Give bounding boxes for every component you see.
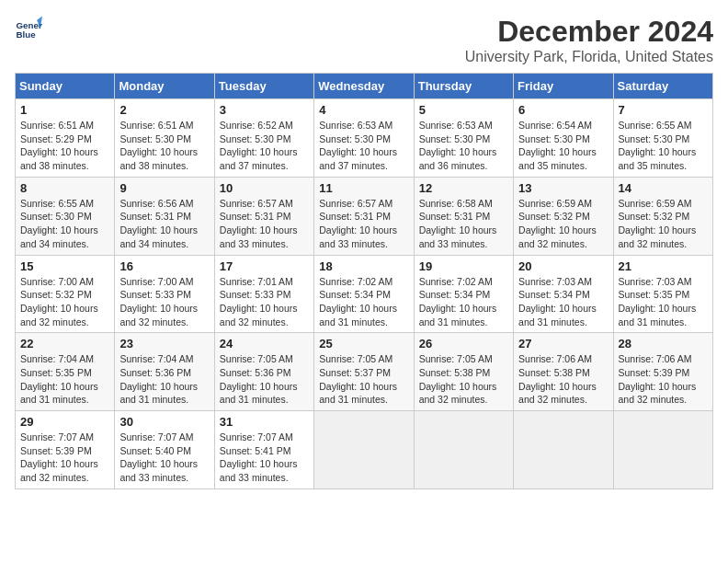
day-number: 25 [319, 337, 408, 350]
logo: General Blue [15, 15, 42, 42]
calendar-cell: 7Sunrise: 6:55 AM Sunset: 5:30 PM Daylig… [613, 99, 712, 178]
day-number: 1 [20, 103, 109, 117]
day-number: 29 [20, 415, 109, 429]
day-info: Sunrise: 6:54 AM Sunset: 5:30 PM Dayligh… [518, 119, 608, 173]
day-info: Sunrise: 7:07 AM Sunset: 5:41 PM Dayligh… [220, 431, 309, 485]
day-info: Sunrise: 6:57 AM Sunset: 5:31 PM Dayligh… [319, 197, 408, 251]
calendar-cell: 11Sunrise: 6:57 AM Sunset: 5:31 PM Dayli… [314, 177, 414, 255]
calendar-cell: 28Sunrise: 7:06 AM Sunset: 5:39 PM Dayli… [613, 333, 712, 411]
logo-icon: General Blue [15, 15, 42, 42]
calendar-cell [514, 411, 613, 489]
day-number: 20 [518, 259, 608, 273]
day-number: 27 [518, 337, 608, 350]
calendar-cell: 10Sunrise: 6:57 AM Sunset: 5:31 PM Dayli… [214, 177, 313, 255]
calendar-cell: 14Sunrise: 6:59 AM Sunset: 5:32 PM Dayli… [613, 177, 712, 255]
day-info: Sunrise: 6:56 AM Sunset: 5:31 PM Dayligh… [119, 197, 209, 251]
day-number: 16 [119, 259, 209, 273]
day-number: 17 [220, 259, 309, 273]
calendar-cell: 30Sunrise: 7:07 AM Sunset: 5:40 PM Dayli… [115, 411, 214, 489]
calendar-cell: 31Sunrise: 7:07 AM Sunset: 5:41 PM Dayli… [214, 411, 313, 489]
calendar-cell: 21Sunrise: 7:03 AM Sunset: 5:35 PM Dayli… [613, 255, 712, 333]
calendar-cell: 12Sunrise: 6:58 AM Sunset: 5:31 PM Dayli… [414, 177, 513, 255]
calendar-cell: 26Sunrise: 7:05 AM Sunset: 5:38 PM Dayli… [414, 333, 513, 411]
calendar-cell: 3Sunrise: 6:52 AM Sunset: 5:30 PM Daylig… [214, 99, 313, 178]
day-number: 3 [220, 103, 309, 117]
day-info: Sunrise: 7:02 AM Sunset: 5:34 PM Dayligh… [319, 275, 408, 329]
day-number: 28 [619, 337, 708, 350]
day-info: Sunrise: 7:05 AM Sunset: 5:38 PM Dayligh… [419, 352, 508, 407]
day-number: 24 [220, 337, 309, 350]
day-info: Sunrise: 7:05 AM Sunset: 5:36 PM Dayligh… [220, 352, 309, 407]
day-number: 12 [419, 181, 508, 195]
calendar-week-row: 1Sunrise: 6:51 AM Sunset: 5:29 PM Daylig… [16, 99, 713, 178]
day-of-week-header: Wednesday [314, 74, 414, 99]
day-info: Sunrise: 7:04 AM Sunset: 5:35 PM Dayligh… [20, 352, 109, 407]
calendar-cell: 1Sunrise: 6:51 AM Sunset: 5:29 PM Daylig… [16, 99, 115, 178]
calendar-cell: 5Sunrise: 6:53 AM Sunset: 5:30 PM Daylig… [414, 99, 513, 178]
calendar-cell: 15Sunrise: 7:00 AM Sunset: 5:32 PM Dayli… [16, 255, 115, 333]
day-number: 23 [119, 337, 209, 350]
svg-text:Blue: Blue [17, 29, 37, 40]
calendar-cell: 25Sunrise: 7:05 AM Sunset: 5:37 PM Dayli… [314, 333, 414, 411]
day-info: Sunrise: 7:05 AM Sunset: 5:37 PM Dayligh… [319, 352, 408, 407]
day-info: Sunrise: 6:57 AM Sunset: 5:31 PM Dayligh… [220, 197, 309, 251]
calendar-cell: 13Sunrise: 6:59 AM Sunset: 5:32 PM Dayli… [514, 177, 613, 255]
day-info: Sunrise: 6:52 AM Sunset: 5:30 PM Dayligh… [220, 119, 309, 173]
days-header-row: SundayMondayTuesdayWednesdayThursdayFrid… [16, 74, 713, 99]
day-info: Sunrise: 6:53 AM Sunset: 5:30 PM Dayligh… [419, 119, 508, 173]
day-number: 7 [619, 103, 708, 117]
calendar-cell: 29Sunrise: 7:07 AM Sunset: 5:39 PM Dayli… [16, 411, 115, 489]
calendar-cell: 8Sunrise: 6:55 AM Sunset: 5:30 PM Daylig… [16, 177, 115, 255]
calendar-cell: 24Sunrise: 7:05 AM Sunset: 5:36 PM Dayli… [214, 333, 313, 411]
day-number: 26 [419, 337, 508, 350]
day-number: 14 [619, 181, 708, 195]
day-number: 10 [220, 181, 309, 195]
calendar-cell [613, 411, 712, 489]
day-info: Sunrise: 6:59 AM Sunset: 5:32 PM Dayligh… [619, 197, 708, 251]
calendar-cell [314, 411, 414, 489]
day-info: Sunrise: 7:00 AM Sunset: 5:32 PM Dayligh… [20, 275, 109, 329]
calendar-week-row: 15Sunrise: 7:00 AM Sunset: 5:32 PM Dayli… [16, 255, 713, 333]
day-of-week-header: Monday [115, 74, 214, 99]
calendar-cell: 2Sunrise: 6:51 AM Sunset: 5:30 PM Daylig… [115, 99, 214, 178]
day-info: Sunrise: 7:00 AM Sunset: 5:33 PM Dayligh… [119, 275, 209, 329]
calendar-cell [414, 411, 513, 489]
day-number: 19 [419, 259, 508, 273]
day-info: Sunrise: 7:03 AM Sunset: 5:35 PM Dayligh… [619, 275, 708, 329]
calendar-cell: 4Sunrise: 6:53 AM Sunset: 5:30 PM Daylig… [314, 99, 414, 178]
day-info: Sunrise: 6:51 AM Sunset: 5:29 PM Dayligh… [20, 119, 109, 173]
calendar-week-row: 29Sunrise: 7:07 AM Sunset: 5:39 PM Dayli… [16, 411, 713, 489]
calendar-week-row: 8Sunrise: 6:55 AM Sunset: 5:30 PM Daylig… [16, 177, 713, 255]
calendar-week-row: 22Sunrise: 7:04 AM Sunset: 5:35 PM Dayli… [16, 333, 713, 411]
day-number: 22 [20, 337, 109, 350]
calendar-cell: 9Sunrise: 6:56 AM Sunset: 5:31 PM Daylig… [115, 177, 214, 255]
day-info: Sunrise: 7:06 AM Sunset: 5:38 PM Dayligh… [518, 352, 608, 407]
day-number: 18 [319, 259, 408, 273]
day-info: Sunrise: 6:55 AM Sunset: 5:30 PM Dayligh… [20, 197, 109, 251]
day-number: 2 [119, 103, 209, 117]
day-number: 6 [518, 103, 608, 117]
calendar-table: SundayMondayTuesdayWednesdayThursdayFrid… [15, 73, 713, 489]
calendar-cell: 19Sunrise: 7:02 AM Sunset: 5:34 PM Dayli… [414, 255, 513, 333]
calendar-body: 1Sunrise: 6:51 AM Sunset: 5:29 PM Daylig… [16, 99, 713, 489]
calendar-cell: 16Sunrise: 7:00 AM Sunset: 5:33 PM Dayli… [115, 255, 214, 333]
header: General Blue December 2024 University Pa… [15, 15, 713, 65]
day-info: Sunrise: 6:51 AM Sunset: 5:30 PM Dayligh… [119, 119, 209, 173]
day-number: 8 [20, 181, 109, 195]
day-info: Sunrise: 7:01 AM Sunset: 5:33 PM Dayligh… [220, 275, 309, 329]
day-of-week-header: Saturday [613, 74, 712, 99]
location-title: University Park, Florida, United States [465, 49, 713, 65]
day-of-week-header: Tuesday [214, 74, 313, 99]
day-info: Sunrise: 7:07 AM Sunset: 5:39 PM Dayligh… [20, 431, 109, 485]
calendar-cell: 22Sunrise: 7:04 AM Sunset: 5:35 PM Dayli… [16, 333, 115, 411]
day-info: Sunrise: 6:55 AM Sunset: 5:30 PM Dayligh… [619, 119, 708, 173]
day-number: 9 [119, 181, 209, 195]
calendar-cell: 6Sunrise: 6:54 AM Sunset: 5:30 PM Daylig… [514, 99, 613, 178]
day-number: 11 [319, 181, 408, 195]
day-of-week-header: Sunday [16, 74, 115, 99]
day-info: Sunrise: 6:59 AM Sunset: 5:32 PM Dayligh… [518, 197, 608, 251]
day-info: Sunrise: 6:58 AM Sunset: 5:31 PM Dayligh… [419, 197, 508, 251]
day-info: Sunrise: 7:03 AM Sunset: 5:34 PM Dayligh… [518, 275, 608, 329]
day-number: 31 [220, 415, 309, 429]
month-title: December 2024 [465, 15, 713, 49]
